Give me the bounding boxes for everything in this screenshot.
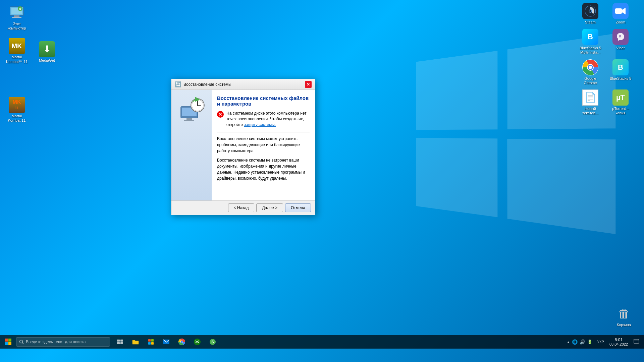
desktop: ↺ Этот компьютер MK MortalKombat™ 11 ⬇ M… bbox=[0, 0, 644, 349]
dialog-close-button[interactable]: ✕ bbox=[305, 81, 312, 88]
dialog-next-button[interactable]: Далее > bbox=[256, 203, 283, 212]
svg-point-44 bbox=[194, 339, 201, 345]
clock-date: 03.04.2022 bbox=[609, 342, 628, 346]
svg-rect-39 bbox=[151, 342, 154, 345]
battery-icon[interactable]: 🔋 bbox=[587, 340, 592, 344]
error-icon: ✕ bbox=[217, 111, 224, 118]
svg-rect-38 bbox=[148, 342, 151, 345]
dialog-footer: < Назад Далее > Отмена bbox=[171, 200, 315, 215]
taskbar-xbox-button[interactable] bbox=[190, 335, 205, 349]
taskbar-search-box[interactable] bbox=[16, 337, 110, 347]
svg-rect-18 bbox=[186, 118, 192, 120]
error-text: На системном диске этого компьютера нет … bbox=[226, 111, 310, 127]
chevron-up-icon[interactable]: ▲ bbox=[567, 340, 570, 344]
svg-point-43 bbox=[181, 341, 183, 343]
svg-rect-35 bbox=[132, 341, 139, 344]
system-restore-dialog: 🔄 Восстановление системы ✕ bbox=[171, 79, 315, 215]
dialog-info-text-2: Восстановление системы не затронет ваши … bbox=[217, 157, 310, 181]
dialog-overlay: 🔄 Восстановление системы ✕ bbox=[0, 0, 644, 349]
restore-illustration bbox=[178, 97, 205, 123]
taskbar-pinned-icons: S bbox=[113, 335, 220, 349]
taskbar-clock[interactable]: 8:01 03.04.2022 bbox=[607, 337, 630, 347]
taskbar-store-button[interactable] bbox=[144, 335, 158, 349]
svg-rect-47 bbox=[634, 339, 639, 343]
taskbar-mail-button[interactable] bbox=[159, 335, 174, 349]
svg-rect-19 bbox=[184, 120, 194, 121]
system-protection-link[interactable]: защиту системы. bbox=[244, 122, 276, 127]
taskbar-task-view-button[interactable] bbox=[113, 335, 127, 349]
language-indicator[interactable]: УКР bbox=[595, 340, 606, 344]
network-icon[interactable]: 🌐 bbox=[572, 339, 578, 345]
dialog-content-panel: Восстановление системных файлов и параме… bbox=[212, 90, 315, 200]
taskbar-system-tray: ▲ 🌐 🔊 🔋 УКР 8:01 03.04.2022 bbox=[565, 335, 644, 349]
svg-rect-34 bbox=[120, 342, 123, 344]
taskbar-app-button[interactable]: S bbox=[205, 335, 220, 349]
svg-rect-33 bbox=[117, 342, 120, 344]
taskbar-search-input[interactable] bbox=[26, 340, 106, 344]
dialog-info-text-1: Восстановление системы может устранить п… bbox=[217, 136, 310, 154]
start-button[interactable] bbox=[0, 335, 16, 349]
language-text: УКР bbox=[597, 340, 604, 344]
dialog-illustration-panel bbox=[171, 90, 212, 200]
dialog-separator bbox=[217, 132, 310, 132]
dialog-cancel-button[interactable]: Отмена bbox=[285, 203, 311, 212]
taskbar-chrome-button[interactable] bbox=[174, 335, 189, 349]
volume-icon[interactable]: 🔊 bbox=[580, 339, 585, 345]
taskbar-tray-icons[interactable]: ▲ 🌐 🔊 🔋 bbox=[565, 339, 594, 345]
svg-rect-37 bbox=[151, 339, 154, 342]
dialog-main-heading: Восстановление системных файлов и параме… bbox=[217, 95, 310, 107]
svg-rect-27 bbox=[5, 342, 8, 345]
dialog-titlebar: 🔄 Восстановление системы ✕ bbox=[171, 79, 315, 90]
svg-rect-31 bbox=[117, 340, 120, 342]
taskbar: S ▲ 🌐 🔊 🔋 УКР 8:01 03.04.2022 bbox=[0, 335, 644, 349]
svg-rect-36 bbox=[148, 339, 151, 342]
dialog-back-button[interactable]: < Назад bbox=[228, 203, 255, 212]
clock-time: 8:01 bbox=[615, 338, 623, 342]
svg-text:S: S bbox=[211, 340, 214, 344]
svg-line-30 bbox=[22, 343, 24, 344]
error-message-row: ✕ На системном диске этого компьютера не… bbox=[217, 111, 310, 127]
taskbar-file-explorer-button[interactable] bbox=[128, 335, 143, 349]
dialog-title-text: Восстановление системы bbox=[183, 82, 303, 87]
svg-rect-25 bbox=[5, 339, 8, 342]
svg-rect-28 bbox=[8, 342, 11, 345]
notification-center-button[interactable] bbox=[631, 335, 641, 349]
system-restore-title-icon: 🔄 bbox=[175, 81, 181, 87]
svg-point-24 bbox=[197, 105, 198, 106]
dialog-body: Восстановление системных файлов и параме… bbox=[171, 90, 315, 200]
svg-rect-32 bbox=[120, 340, 123, 342]
svg-rect-26 bbox=[8, 339, 11, 342]
